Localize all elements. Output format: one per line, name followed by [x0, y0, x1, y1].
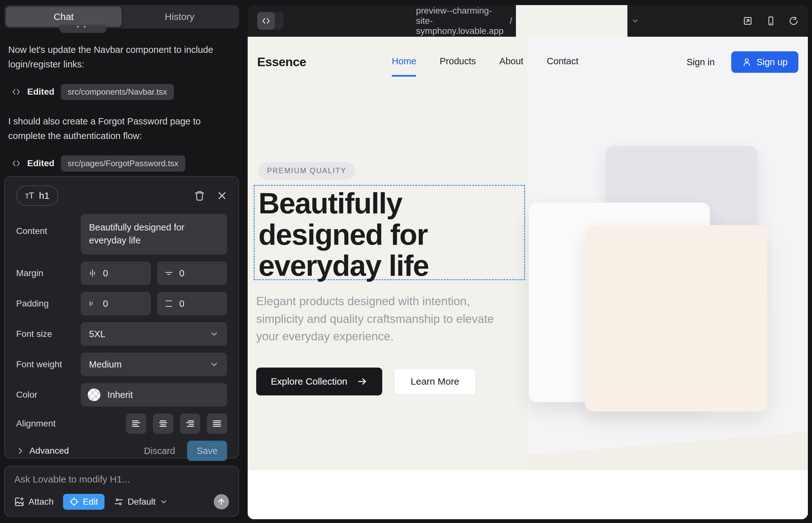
- explore-collection-button[interactable]: Explore Collection: [256, 367, 382, 395]
- discard-button[interactable]: Discard: [144, 446, 175, 456]
- font-size-select[interactable]: 5XL: [81, 322, 227, 346]
- hero-title: Beautifully designed for everyday life: [259, 188, 520, 282]
- file-chip[interactable]: src/pages/ForgotPassword.tsx: [61, 156, 186, 172]
- margin-x-icon: [88, 269, 97, 278]
- margin-y-input[interactable]: 0: [157, 262, 227, 285]
- color-label: Color: [16, 390, 81, 400]
- nav-link-contact[interactable]: Contact: [547, 56, 579, 68]
- external-link-icon: [743, 16, 753, 26]
- chat-messages: Now let's update the Navbar component to…: [8, 42, 235, 185]
- content-input[interactable]: Beautifully designed for everyday life: [81, 214, 227, 254]
- chevron-right-icon: [16, 447, 24, 455]
- align-left-button[interactable]: [126, 413, 146, 434]
- edited-file-row: Edited src/components/Navbar.tsx: [12, 84, 235, 100]
- url-domain: preview--charming-site-symphony.lovable.…: [416, 6, 506, 36]
- advanced-toggle[interactable]: Advanced: [16, 446, 69, 456]
- chevron-down-icon: [209, 329, 219, 339]
- next-section: [248, 470, 808, 519]
- edited-file-row: Edited src/pages/ForgotPassword.tsx: [12, 156, 235, 172]
- nav-link-home[interactable]: Home: [392, 56, 416, 68]
- edit-mode-button[interactable]: Edit: [63, 494, 104, 510]
- sliders-icon: [114, 497, 124, 507]
- font-weight-label: Font weight: [16, 359, 81, 369]
- close-editor-button[interactable]: [217, 191, 227, 201]
- align-center-button[interactable]: [153, 413, 173, 434]
- image-plus-icon: [14, 497, 24, 507]
- learn-more-button[interactable]: Learn More: [394, 368, 476, 395]
- chat-history-tabbar: Chat History: [4, 5, 239, 29]
- composer-input[interactable]: [14, 474, 229, 485]
- code-icon[interactable]: [257, 12, 275, 30]
- element-tag: h1: [39, 190, 49, 201]
- font-size-label: Font size: [16, 329, 81, 339]
- assistant-message: Now let's update the Navbar component to…: [8, 42, 235, 72]
- selected-element-badge: тT h1: [16, 185, 58, 206]
- editor-header: тT h1: [16, 185, 227, 206]
- open-external-button[interactable]: [743, 16, 753, 26]
- margin-label: Margin: [16, 268, 81, 278]
- nav-link-about[interactable]: About: [499, 56, 524, 68]
- chevron-down-icon: [209, 360, 219, 369]
- delete-element-button[interactable]: [194, 190, 205, 201]
- refresh-button[interactable]: [789, 16, 798, 26]
- color-select[interactable]: Inherit: [81, 383, 227, 407]
- hero-description: Elegant products designed with intention…: [256, 292, 510, 345]
- padding-x-input[interactable]: 0: [81, 292, 151, 315]
- content-label: Content: [16, 214, 81, 236]
- tab-chat[interactable]: Chat: [6, 7, 122, 27]
- type-icon: тT: [25, 191, 34, 201]
- site-navbar: Essence Home Products About Contact Sign…: [248, 48, 808, 77]
- chevron-down-icon: [160, 498, 168, 506]
- code-view-toggle[interactable]: [257, 12, 284, 30]
- sign-in-link[interactable]: Sign in: [687, 57, 715, 68]
- user-icon: [742, 57, 752, 67]
- lovable-app: Chat History Now let's update the Navbar…: [0, 0, 812, 523]
- align-right-button[interactable]: [180, 413, 200, 434]
- margin-y-icon: [164, 269, 174, 278]
- smartphone-icon: [766, 16, 776, 26]
- color-swatch: [88, 389, 100, 401]
- padding-x-icon: [88, 299, 97, 308]
- save-button[interactable]: Save: [187, 441, 227, 461]
- assistant-message: I should also create a Forgot Password p…: [8, 114, 235, 143]
- refresh-icon: [789, 16, 798, 26]
- element-editor-panel: тT h1 Content Beautifully designed for e…: [4, 176, 239, 458]
- font-weight-select[interactable]: Medium: [81, 353, 227, 376]
- edited-label: Edited: [27, 158, 54, 168]
- edited-label: Edited: [27, 87, 54, 97]
- chevron-down-icon: [631, 17, 639, 25]
- arrow-right-icon: [357, 376, 368, 387]
- padding-y-icon: [164, 299, 174, 308]
- align-justify-button[interactable]: [207, 413, 227, 434]
- site-logo[interactable]: Essence: [257, 55, 306, 69]
- arrow-up-icon: [217, 497, 226, 506]
- margin-x-input[interactable]: 0: [81, 262, 151, 285]
- padding-y-input[interactable]: 0: [157, 292, 227, 315]
- send-button[interactable]: [214, 494, 229, 509]
- left-panel: Chat History Now let's update the Navbar…: [4, 0, 239, 523]
- preview-window: preview--charming-site-symphony.lovable.…: [248, 5, 808, 519]
- site-page: Essence Home Products About Contact Sign…: [248, 37, 808, 519]
- crosshair-icon: [69, 497, 79, 507]
- code-icon: [12, 87, 21, 96]
- mobile-preview-button[interactable]: [766, 16, 776, 26]
- editor-footer: Advanced Discard Save: [16, 441, 227, 461]
- alignment-label: Alignment: [16, 418, 81, 429]
- code-icon: [12, 159, 21, 168]
- sign-up-button[interactable]: Sign up: [731, 51, 798, 73]
- nav-link-products[interactable]: Products: [440, 56, 476, 68]
- selected-h1-outline[interactable]: Beautifully designed for everyday life: [254, 185, 525, 280]
- tab-history[interactable]: History: [122, 7, 237, 27]
- url-separator: /: [510, 16, 512, 26]
- decor-card-cream: [585, 225, 767, 412]
- premium-quality-badge: PREMIUM QUALITY: [258, 162, 355, 180]
- file-chip[interactable]: src/components/Navbar.tsx: [61, 84, 174, 100]
- chat-composer: Attach Edit Default: [4, 466, 239, 517]
- padding-label: Padding: [16, 299, 81, 309]
- browser-toolbar: preview--charming-site-symphony.lovable.…: [248, 5, 808, 37]
- attach-button[interactable]: Attach: [14, 497, 54, 507]
- scrolled-chip-partial: [59, 25, 107, 33]
- mode-select-button[interactable]: Default: [114, 497, 168, 507]
